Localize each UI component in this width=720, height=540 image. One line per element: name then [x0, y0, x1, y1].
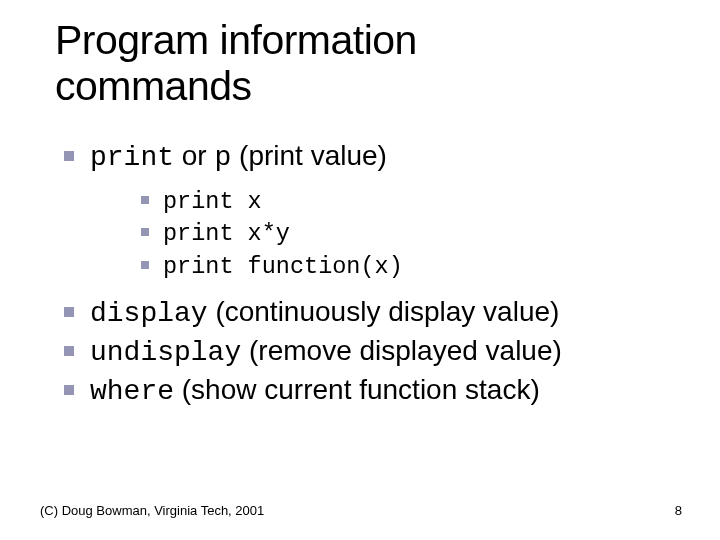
square-bullet-icon [141, 261, 149, 269]
bullet-list-level2: print x print x*y print function(x) [55, 185, 680, 283]
example-1: print x [163, 188, 262, 215]
desc-print: (print value) [231, 140, 387, 171]
title-line-1: Program information [55, 17, 417, 63]
square-bullet-icon [141, 196, 149, 204]
item-where: where (show current function stack) [90, 372, 680, 411]
square-bullet-icon [64, 151, 74, 161]
footer-copyright: (C) Doug Bowman, Virginia Tech, 2001 [40, 503, 264, 518]
cmd-where: where [90, 376, 174, 407]
cmd-print: print [90, 142, 174, 173]
item-example-1: print x [163, 185, 680, 218]
slide-title: Program information commands [55, 18, 680, 110]
cmd-p: p [214, 142, 231, 173]
page-number: 8 [675, 503, 682, 518]
text-or: or [174, 140, 214, 171]
example-3: print function(x) [163, 253, 403, 280]
item-undisplay: undisplay (remove displayed value) [90, 333, 680, 372]
square-bullet-icon [64, 346, 74, 356]
cmd-display: display [90, 298, 208, 329]
example-2: print x*y [163, 220, 290, 247]
item-print: print or p (print value) [90, 138, 680, 177]
bullet-list-level1: print or p (print value) [55, 138, 680, 177]
desc-undisplay: (remove displayed value) [241, 335, 562, 366]
item-example-3: print function(x) [163, 250, 680, 283]
slide: Program information commands print or p … [0, 0, 720, 540]
bullet-list-level1-b: display (continuously display value) und… [55, 294, 680, 411]
square-bullet-icon [64, 385, 74, 395]
desc-where: (show current function stack) [174, 374, 540, 405]
desc-display: (continuously display value) [208, 296, 560, 327]
cmd-undisplay: undisplay [90, 337, 241, 368]
title-line-2: commands [55, 63, 252, 109]
item-display: display (continuously display value) [90, 294, 680, 333]
item-example-2: print x*y [163, 217, 680, 250]
square-bullet-icon [64, 307, 74, 317]
square-bullet-icon [141, 228, 149, 236]
